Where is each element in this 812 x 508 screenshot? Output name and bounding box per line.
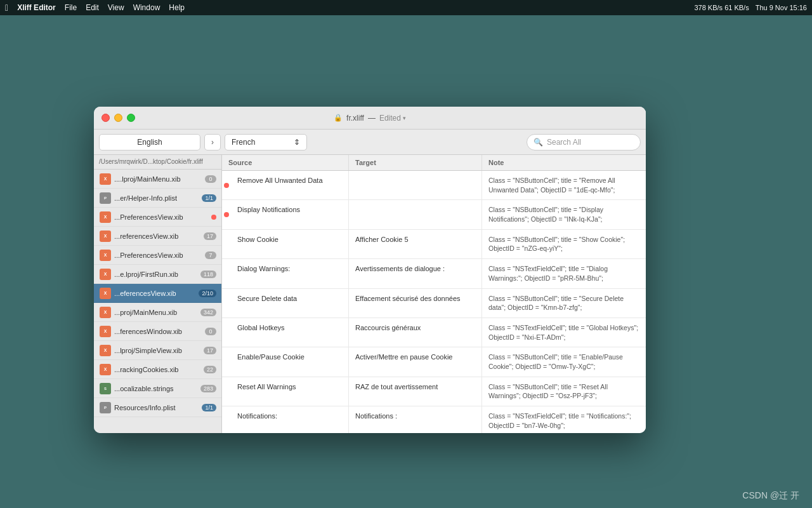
file-type-icon: P	[99, 401, 112, 414]
note-cell: Class = "NSTextFieldCell"; title = "Glob…	[482, 318, 646, 347]
file-icon: 🔒	[334, 114, 343, 122]
table-row[interactable]: Display NotificationsClass = "NSButtonCe…	[222, 200, 646, 229]
sidebar-item[interactable]: X....lproj/MainMenu.xib0	[94, 170, 221, 189]
sidebar-item-badge: 17	[204, 347, 216, 354]
source-lang-label: English	[137, 138, 162, 147]
sidebar-item-name: ....lproj/MainMenu.xib	[114, 175, 205, 183]
sidebar-item-name: ...rackingCookies.xib	[114, 366, 204, 373]
source-cell: Remove All Unwanted Data	[231, 171, 349, 199]
sidebar-item-badge	[211, 215, 216, 220]
menu-edit[interactable]: Edit	[86, 3, 99, 12]
sidebar-item[interactable]: X...referencesView.xib17	[94, 227, 221, 246]
content-area: Source Target Note Remove All Unwanted D…	[222, 155, 646, 433]
file-type-icon: X	[99, 306, 112, 319]
traffic-lights	[102, 114, 135, 122]
sidebar-item[interactable]: P...er/Helper-Info.plist1/1	[94, 189, 221, 208]
note-cell: Class = "NSTextFieldCell"; title = "Dial…	[482, 259, 646, 288]
menu-file[interactable]: File	[65, 3, 77, 12]
source-cell: Show Cookie	[231, 230, 349, 258]
sidebar-item[interactable]: X...PreferencesView.xib	[94, 208, 221, 227]
table-row[interactable]: Remove All Unwanted DataClass = "NSButto…	[222, 171, 646, 200]
sidebar-item-name: ...er/Helper-Info.plist	[114, 194, 202, 202]
note-cell: Class = "NSButtonCell"; title = "Secure …	[482, 289, 646, 318]
sidebar-item-badge: 1/1	[202, 194, 216, 202]
row-indicator	[222, 230, 231, 258]
file-type-icon: S	[99, 382, 112, 395]
table-row[interactable]: Global HotkeysRaccourcis générauxClass =…	[222, 318, 646, 347]
error-dot-icon	[224, 212, 229, 217]
edited-label: Edited	[379, 114, 401, 123]
source-column-header: Source	[222, 155, 349, 170]
table-body: Remove All Unwanted DataClass = "NSButto…	[222, 171, 646, 433]
sidebar-item[interactable]: X...e.lproj/FirstRun.xib118	[94, 265, 221, 284]
target-cell[interactable]	[349, 200, 482, 229]
sidebar-item-badge: 118	[200, 271, 216, 278]
sidebar-item[interactable]: X...PreferencesView.xib7	[94, 246, 221, 265]
target-cell[interactable]: RAZ de tout avertissement	[349, 377, 482, 406]
sidebar-path: /Users/mrqwirk/D...ktop/Cookie/fr.xliff	[94, 155, 221, 170]
title-dash: —	[368, 114, 376, 123]
sidebar-item-name: ...proj/MainMenu.xib	[114, 309, 200, 316]
file-type-icon: X	[99, 287, 112, 300]
network-stats: 378 KB/s 61 KB/s	[694, 4, 749, 11]
note-cell: Class = "NSButtonCell"; title = "Show Co…	[482, 230, 646, 258]
sidebar-item-name: ...referencesView.xib	[114, 232, 204, 240]
source-cell: Display Notifications	[231, 200, 349, 229]
source-cell: Dialog Warnings:	[231, 259, 349, 288]
edited-status[interactable]: Edited ▾	[379, 114, 406, 123]
sidebar-item[interactable]: X...eferencesView.xib2/10	[94, 284, 221, 303]
target-cell[interactable]: Avertissements de dialogue :	[349, 259, 482, 288]
source-cell: Notifications:	[231, 406, 349, 433]
search-box[interactable]: 🔍 Search All	[527, 134, 641, 150]
toolbar: English › French ⇕ 🔍 Search All	[94, 130, 646, 155]
table-row[interactable]: Reset All WarningsRAZ de tout avertissem…	[222, 377, 646, 406]
row-indicator	[222, 377, 231, 406]
table-row[interactable]: Notifications:Notifications :Class = "NS…	[222, 406, 646, 433]
table-row[interactable]: Dialog Warnings:Avertissements de dialog…	[222, 259, 646, 288]
app-name: Xliff Editor	[17, 3, 56, 12]
target-language-selector[interactable]: French ⇕	[225, 134, 307, 150]
table-row[interactable]: Secure Delete dataEffacement sécurisé de…	[222, 289, 646, 318]
row-indicator	[222, 200, 231, 229]
row-indicator	[222, 406, 231, 433]
target-cell[interactable]: Raccourcis généraux	[349, 318, 482, 347]
target-cell[interactable]	[349, 171, 482, 199]
source-cell: Reset All Warnings	[231, 377, 349, 406]
sidebar-item[interactable]: X...rackingCookies.xib22	[94, 360, 221, 379]
target-cell[interactable]: Afficher Cookie 5	[349, 230, 482, 258]
minimize-button[interactable]	[114, 114, 122, 122]
search-placeholder: Search All	[547, 138, 581, 147]
target-cell[interactable]: Activer/Mettre en pause Cookie	[349, 347, 482, 376]
menubar:  Xliff Editor File Edit View Window Hel…	[0, 0, 812, 15]
menu-window[interactable]: Window	[133, 3, 160, 12]
sidebar-item-name: ...eferencesView.xib	[114, 290, 199, 297]
table-row[interactable]: Enable/Pause CookieActiver/Mettre en pau…	[222, 347, 646, 377]
table-row[interactable]: Show CookieAfficher Cookie 5Class = "NSB…	[222, 230, 646, 259]
apple-logo-icon: 	[5, 3, 8, 13]
file-type-icon: X	[99, 268, 112, 281]
note-cell: Class = "NSButtonCell"; title = "Enable/…	[482, 347, 646, 376]
close-button[interactable]	[102, 114, 110, 122]
source-language-button[interactable]: English	[99, 134, 200, 150]
sidebar-item[interactable]: X...proj/MainMenu.xib342	[94, 303, 221, 322]
target-cell[interactable]: Effacement sécurisé des données	[349, 289, 482, 318]
window-title: fr.xliff	[346, 114, 364, 123]
source-cell: Enable/Pause Cookie	[231, 347, 349, 376]
swap-languages-button[interactable]: ›	[204, 134, 221, 150]
menubar-left:  Xliff Editor File Edit View Window Hel…	[5, 3, 185, 13]
row-indicator	[222, 347, 231, 376]
menu-help[interactable]: Help	[169, 3, 185, 12]
sidebar-item[interactable]: PResources/Info.plist1/1	[94, 398, 221, 417]
error-dot-icon	[224, 183, 229, 188]
sidebar-item-name: ...ferencesWindow.xib	[114, 328, 205, 335]
row-indicator	[222, 318, 231, 347]
datetime: Thu 9 Nov 15:16	[756, 4, 807, 11]
sidebar-item[interactable]: S...ocalizable.strings283	[94, 379, 221, 398]
sidebar-item[interactable]: X...ferencesWindow.xib0	[94, 322, 221, 341]
maximize-button[interactable]	[127, 114, 135, 122]
row-indicator	[222, 289, 231, 318]
sidebar-item[interactable]: X...lproj/SimpleView.xib17	[94, 341, 221, 360]
file-type-icon: P	[99, 192, 112, 204]
menu-view[interactable]: View	[108, 3, 124, 12]
target-cell[interactable]: Notifications :	[349, 406, 482, 433]
